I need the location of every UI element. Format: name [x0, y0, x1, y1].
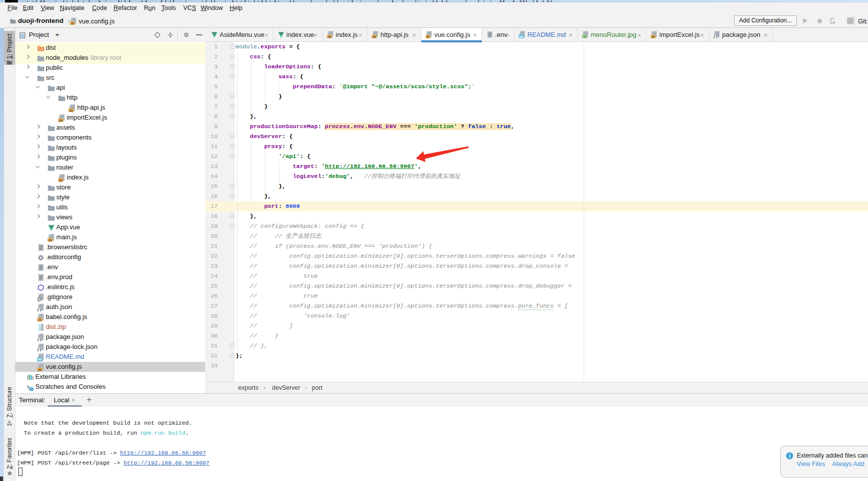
svg-text:{}: {}	[37, 308, 42, 312]
svg-text:JS: JS	[59, 119, 62, 122]
svg-text:JS: JS	[48, 239, 52, 242]
svg-text:JS: JS	[426, 35, 430, 38]
svg-text:{}: {}	[37, 347, 42, 351]
svg-text:MD: MD	[38, 358, 42, 361]
svg-text:JS: JS	[69, 109, 73, 112]
svg-text:JS: JS	[38, 368, 41, 371]
svg-text:JS: JS	[71, 22, 74, 25]
svg-text:JS: JS	[59, 179, 62, 182]
svg-text:{}: {}	[37, 337, 42, 341]
svg-text:JS: JS	[38, 319, 41, 321]
